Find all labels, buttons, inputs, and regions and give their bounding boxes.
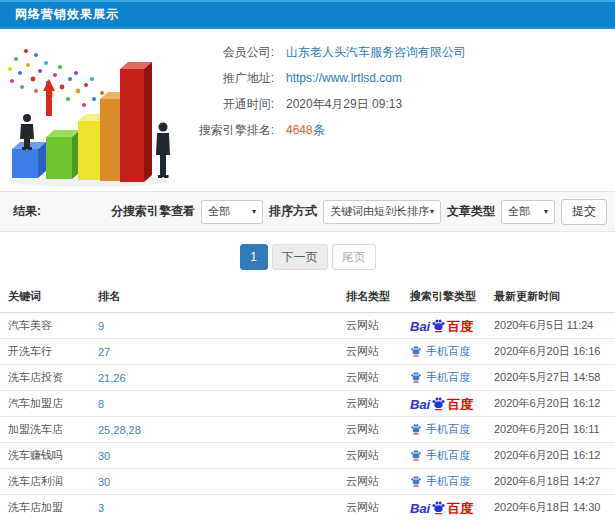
- engine-filter-select[interactable]: 全部 ▾: [201, 200, 263, 224]
- rank-cell[interactable]: 8: [90, 391, 338, 417]
- col-engine-type: 搜索引擎类型: [402, 281, 486, 313]
- updated-cell: 2020年6月20日 16:16: [486, 339, 615, 365]
- keyword-cell: 汽车美容: [0, 313, 90, 339]
- result-label: 结果:: [13, 203, 41, 220]
- sort-filter-select[interactable]: 关键词由短到长排序 ▾: [323, 200, 441, 224]
- rank-type-cell: 云网站: [338, 365, 402, 391]
- rank-cell[interactable]: 3: [90, 495, 338, 520]
- company-row: 会员公司: 山东老人头汽车服务咨询有限公司: [182, 39, 466, 65]
- submit-button[interactable]: 提交: [561, 199, 607, 225]
- article-type-label: 文章类型: [447, 203, 495, 220]
- businessman-right: [156, 123, 170, 179]
- mobile-baidu-paw-icon: [410, 371, 422, 383]
- col-rank-type: 排名类型: [338, 281, 402, 313]
- baidu-logo: Bai 百度: [410, 396, 473, 411]
- engine-type-cell: 手机百度: [402, 469, 486, 495]
- rank-cell[interactable]: 27: [90, 339, 338, 365]
- engine-filter-label: 分搜索引擎查看: [111, 203, 195, 220]
- table-row: 洗车店投资21,26云网站 手机百度 2020年5月27日 14:58: [0, 365, 615, 391]
- keyword-cell: 汽车加盟店: [0, 391, 90, 417]
- rank-type-cell: 云网站: [338, 391, 402, 417]
- baidu-logo: Bai 百度: [410, 500, 473, 515]
- pagination: 1 下一页 尾页: [0, 232, 615, 281]
- rank-count-row: 搜索引擎排名: 4648条: [182, 117, 466, 143]
- header-bar: 网络营销效果展示: [0, 0, 615, 29]
- mobile-baidu-badge: 手机百度: [410, 344, 470, 359]
- mobile-baidu-paw-icon: [410, 423, 422, 435]
- page-title: 网络营销效果展示: [0, 6, 119, 23]
- rank-count-unit[interactable]: 条: [313, 123, 325, 137]
- article-type-select[interactable]: 全部 ▾: [501, 200, 555, 224]
- rank-cell[interactable]: 21,26: [90, 365, 338, 391]
- baidu-paw-icon: [431, 318, 446, 333]
- bar-chart-clipart: [0, 29, 182, 189]
- col-updated: 最新更新时间: [486, 281, 615, 313]
- rank-cell[interactable]: 25,28,28: [90, 417, 338, 443]
- mobile-baidu-badge: 手机百度: [410, 474, 470, 489]
- filter-controls: 分搜索引擎查看 全部 ▾ 排序方式 关键词由短到长排序 ▾ 文章类型 全部 ▾ …: [111, 199, 607, 225]
- rank-cell[interactable]: 30: [90, 469, 338, 495]
- growth-chart-illustration: [0, 29, 182, 189]
- mobile-baidu-badge: 手机百度: [410, 370, 470, 385]
- baidu-paw-icon: [431, 396, 446, 411]
- rank-type-cell: 云网站: [338, 469, 402, 495]
- engine-type-cell: Bai 百度: [402, 495, 486, 520]
- next-page-button[interactable]: 下一页: [272, 244, 328, 270]
- rank-type-cell: 云网站: [338, 443, 402, 469]
- keyword-cell: 洗车赚钱吗: [0, 443, 90, 469]
- engine-type-cell: 手机百度: [402, 443, 486, 469]
- chevron-down-icon: ▾: [252, 207, 256, 216]
- updated-cell: 2020年5月27日 14:58: [486, 365, 615, 391]
- rank-count-number: 4648: [286, 123, 313, 137]
- confetti-dots: [8, 49, 104, 107]
- updated-cell: 2020年6月18日 14:27: [486, 469, 615, 495]
- mobile-baidu-paw-icon: [410, 345, 422, 357]
- table-row: 加盟洗车店25,28,28云网站 手机百度 2020年6月20日 16:11: [0, 417, 615, 443]
- article-type-value: 全部: [508, 204, 530, 219]
- keyword-cell: 洗车店加盟: [0, 495, 90, 520]
- updated-cell: 2020年6月18日 14:30: [486, 495, 615, 520]
- rank-type-cell: 云网站: [338, 495, 402, 520]
- keyword-cell: 洗车店利润: [0, 469, 90, 495]
- keyword-cell: 开洗车行: [0, 339, 90, 365]
- table-row: 汽车美容9云网站 Bai 百度 2020年6月5日 11:24: [0, 313, 615, 339]
- rank-type-cell: 云网站: [338, 313, 402, 339]
- baidu-logo: Bai 百度: [410, 318, 473, 333]
- company-label: 会员公司:: [182, 44, 274, 61]
- engine-type-cell: Bai 百度: [402, 313, 486, 339]
- company-info: 会员公司: 山东老人头汽车服务咨询有限公司 推广地址: https://www.…: [182, 29, 466, 191]
- chevron-down-icon: ▾: [430, 207, 434, 216]
- mobile-baidu-badge: 手机百度: [410, 448, 470, 463]
- keyword-cell: 洗车店投资: [0, 365, 90, 391]
- engine-type-cell: Bai 百度: [402, 391, 486, 417]
- table-row: 洗车赚钱吗30云网站 手机百度 2020年6月20日 16:12: [0, 443, 615, 469]
- rank-type-cell: 云网站: [338, 417, 402, 443]
- engine-filter-value: 全部: [208, 204, 230, 219]
- mobile-baidu-badge: 手机百度: [410, 422, 470, 437]
- last-page-button[interactable]: 尾页: [332, 244, 376, 270]
- company-link[interactable]: 山东老人头汽车服务咨询有限公司: [286, 44, 466, 61]
- keyword-cell: 加盟洗车店: [0, 417, 90, 443]
- filter-bar: 结果: 分搜索引擎查看 全部 ▾ 排序方式 关键词由短到长排序 ▾ 文章类型 全…: [0, 192, 615, 232]
- rank-cell[interactable]: 9: [90, 313, 338, 339]
- engine-type-cell: 手机百度: [402, 339, 486, 365]
- mobile-baidu-paw-icon: [410, 449, 422, 461]
- col-rank: 排名: [90, 281, 338, 313]
- opened-value: 2020年4月29日 09:13: [286, 96, 402, 113]
- table-row: 洗车店利润30云网站 手机百度 2020年6月18日 14:27: [0, 469, 615, 495]
- updated-cell: 2020年6月20日 16:11: [486, 417, 615, 443]
- page-1-button[interactable]: 1: [240, 244, 268, 270]
- col-keyword: 关键词: [0, 281, 90, 313]
- baidu-paw-icon: [431, 500, 446, 515]
- rank-count-value: 4648条: [286, 122, 325, 139]
- table-row: 洗车店加盟3云网站 Bai 百度 2020年6月18日 14:30: [0, 495, 615, 520]
- url-row: 推广地址: https://www.lrtlsd.com: [182, 65, 466, 91]
- table-row: 汽车加盟店8云网站 Bai 百度 2020年6月20日 16:12: [0, 391, 615, 417]
- rank-type-cell: 云网站: [338, 339, 402, 365]
- promotion-url-link[interactable]: https://www.lrtlsd.com: [286, 71, 402, 85]
- url-label: 推广地址:: [182, 70, 274, 87]
- table-header-row: 关键词 排名 排名类型 搜索引擎类型 最新更新时间: [0, 281, 615, 313]
- opened-row: 开通时间: 2020年4月29日 09:13: [182, 91, 466, 117]
- rank-cell[interactable]: 30: [90, 443, 338, 469]
- chevron-down-icon: ▾: [544, 207, 548, 216]
